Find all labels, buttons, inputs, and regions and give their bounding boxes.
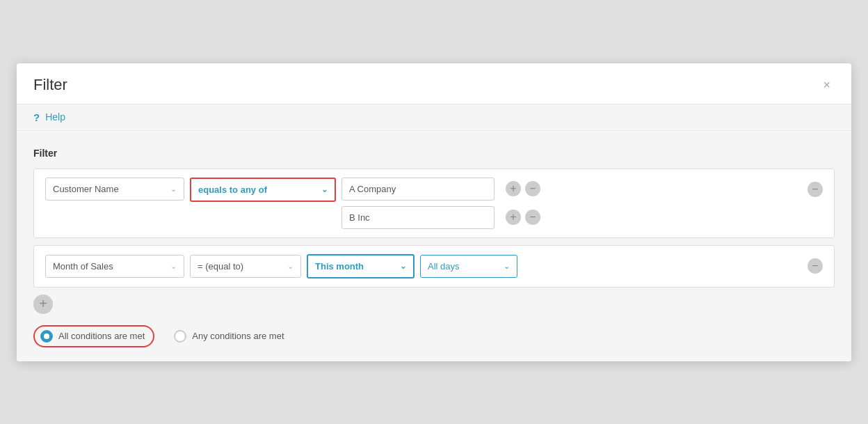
- filter-row-2: Month of Sales ⌄ = (equal to) ⌄ This mon…: [45, 254, 823, 278]
- operator-chevron-2: ⌄: [287, 262, 294, 271]
- value-input-1-1[interactable]: [341, 206, 495, 229]
- value-input-1-0[interactable]: [341, 178, 495, 201]
- filter-dialog: Filter × ? Help Filter Customer Name ⌄ e…: [17, 63, 851, 361]
- remove-row-1-wrap: −: [807, 178, 823, 197]
- thismonth-chevron: ⌄: [400, 262, 406, 271]
- operator-label-2: = (equal to): [198, 261, 243, 272]
- filter-section-label: Filter: [33, 148, 835, 159]
- all-conditions-option[interactable]: All conditions are met: [33, 325, 154, 347]
- dialog-body: Filter Customer Name ⌄ equals to any of …: [17, 131, 851, 361]
- any-conditions-radio: [174, 330, 186, 343]
- any-conditions-option[interactable]: Any conditions are met: [174, 330, 284, 343]
- dialog-title: Filter: [33, 76, 67, 94]
- any-conditions-label: Any conditions are met: [192, 331, 284, 341]
- remove-value-btn-1-0[interactable]: −: [525, 181, 540, 196]
- add-value-btn-1-1[interactable]: +: [506, 210, 521, 225]
- remove-value-btn-1-1[interactable]: −: [525, 210, 540, 225]
- filter-row-1: Customer Name ⌄ equals to any of ⌄ + −: [45, 178, 823, 229]
- value-list-1: + − + −: [341, 178, 540, 229]
- operator-label-1: equals to any of: [198, 184, 267, 195]
- operator-dropdown-1[interactable]: equals to any of ⌄: [190, 178, 336, 202]
- close-button[interactable]: ×: [819, 77, 835, 93]
- field-label-1: Customer Name: [53, 184, 119, 194]
- alldays-chevron: ⌄: [504, 262, 510, 271]
- remove-row-2-btn[interactable]: −: [807, 258, 823, 274]
- field-dropdown-1[interactable]: Customer Name ⌄: [45, 178, 184, 201]
- thismonth-dropdown[interactable]: This month ⌄: [307, 254, 415, 278]
- field-dropdown-2[interactable]: Month of Sales ⌄: [45, 255, 184, 278]
- alldays-dropdown[interactable]: All days ⌄: [420, 255, 517, 278]
- thismonth-label: This month: [315, 261, 364, 272]
- all-conditions-label: All conditions are met: [58, 331, 145, 341]
- conditions-row: All conditions are met Any conditions ar…: [33, 325, 835, 347]
- field-label-2: Month of Sales: [53, 261, 113, 272]
- help-bar: ? Help: [17, 104, 851, 131]
- field-chevron-2: ⌄: [170, 262, 177, 271]
- field-chevron-1: ⌄: [170, 184, 177, 194]
- filter-row-2-container: Month of Sales ⌄ = (equal to) ⌄ This mon…: [33, 245, 835, 288]
- dialog-header: Filter ×: [17, 63, 851, 104]
- all-conditions-radio: [40, 330, 53, 343]
- remove-row-1-btn[interactable]: −: [807, 182, 823, 197]
- help-link[interactable]: Help: [45, 111, 65, 123]
- alldays-label: All days: [428, 261, 460, 272]
- operator-dropdown-2[interactable]: = (equal to) ⌄: [190, 255, 301, 278]
- add-value-btn-1-0[interactable]: +: [506, 181, 521, 196]
- value-row-1-0: + −: [341, 178, 540, 201]
- add-filter-button[interactable]: +: [33, 295, 53, 314]
- operator-chevron-1: ⌄: [321, 185, 328, 194]
- filter-row-1-container: Customer Name ⌄ equals to any of ⌄ + −: [33, 168, 835, 238]
- value-row-1-1: + −: [341, 206, 540, 229]
- help-icon: ?: [33, 111, 40, 123]
- value-actions-1-0: + −: [506, 181, 540, 196]
- value-actions-1-1: + −: [506, 210, 540, 225]
